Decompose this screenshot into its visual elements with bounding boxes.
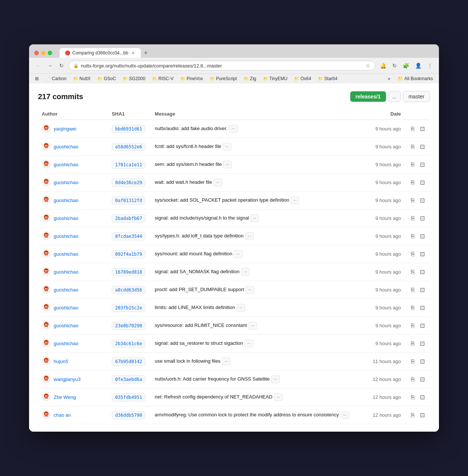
message-expand-button[interactable]: ··· — [274, 393, 282, 401]
sha-badge[interactable]: 1701ca1e11 — [112, 161, 145, 169]
copy-sha-button[interactable]: ⎘ — [409, 268, 416, 276]
copy-sha-button[interactable]: ⎘ — [409, 232, 416, 240]
browse-files-button[interactable]: ⊡ — [418, 214, 426, 223]
back-button[interactable]: ← — [34, 62, 42, 70]
author-name[interactable]: guoshichao — [54, 323, 79, 328]
browse-files-button[interactable]: ⊡ — [418, 196, 426, 205]
copy-sha-button[interactable]: ⎘ — [409, 179, 416, 187]
message-expand-button[interactable]: ··· — [250, 214, 259, 222]
copy-sha-button[interactable]: ⎘ — [409, 357, 416, 366]
author-name[interactable]: guoshichao — [54, 287, 79, 293]
extensions-icon-btn[interactable]: 🧩 — [401, 62, 411, 70]
sha-badge[interactable]: 8fcdae3544 — [112, 232, 145, 240]
browse-files-button[interactable]: ⊡ — [418, 160, 426, 169]
message-expand-button[interactable]: ··· — [245, 232, 254, 240]
copy-sha-button[interactable]: ⎘ — [409, 304, 416, 312]
bookmark-sg2000[interactable]: 📁 SG2000 — [121, 75, 147, 82]
browse-files-button[interactable]: ⊡ — [418, 124, 426, 133]
browse-files-button[interactable]: ⊡ — [418, 250, 426, 258]
bookmark-apps[interactable]: ⊞ — [34, 75, 40, 82]
bookmark-zig[interactable]: 📁 Zig — [242, 75, 258, 82]
sha-badge[interactable]: 203fb15c2e — [112, 304, 145, 312]
browse-files-button[interactable]: ⊡ — [418, 286, 426, 294]
copy-sha-button[interactable]: ⎘ — [409, 375, 416, 384]
reload-button[interactable]: ↻ — [57, 62, 66, 70]
author-name[interactable]: guoshichao — [54, 233, 79, 239]
bookmark-carbon[interactable]: 📄 Carbon — [44, 75, 68, 82]
minimize-button[interactable] — [41, 51, 45, 55]
author-name[interactable]: Zhe Weng — [54, 394, 76, 400]
message-expand-button[interactable]: ··· — [222, 357, 231, 365]
browse-files-button[interactable]: ⊡ — [418, 232, 426, 240]
bookmark-star-icon[interactable]: ☆ — [366, 63, 370, 69]
bookmark-gsoc[interactable]: 📁 GSoC — [96, 75, 117, 82]
alert-icon-btn[interactable]: 🔔 — [378, 62, 388, 70]
author-name[interactable]: guoshichao — [54, 305, 79, 310]
all-bookmarks-button[interactable]: 📁 All Bookmarks — [396, 75, 434, 82]
forward-button[interactable]: → — [45, 62, 54, 70]
browse-files-button[interactable]: ⊡ — [418, 357, 426, 366]
releases-branch-button[interactable]: releases/1 — [350, 91, 386, 102]
author-name[interactable]: guoshichao — [54, 180, 79, 185]
copy-sha-button[interactable]: ⎘ — [409, 161, 416, 169]
author-name[interactable]: yaojingwei — [54, 126, 76, 132]
author-name[interactable]: wangjianyu3 — [54, 376, 80, 382]
address-bar[interactable]: 🔒 nuttx-forge.org/nuttx/nuttx-update/com… — [69, 61, 375, 70]
bookmark-ox64[interactable]: 📁 Ox64 — [292, 75, 313, 82]
branch-dots-button[interactable]: ... — [388, 91, 401, 102]
browse-files-button[interactable]: ⊡ — [418, 339, 426, 348]
profile-icon-btn[interactable]: 👤 — [413, 62, 423, 70]
copy-sha-button[interactable]: ⎘ — [409, 143, 416, 151]
sha-badge[interactable]: 0d4e36ce29 — [112, 179, 145, 187]
copy-sha-button[interactable]: ⎘ — [409, 340, 416, 348]
refresh-icon-btn[interactable]: ↻ — [390, 62, 399, 70]
bookmark-riscv[interactable]: 📁 RISC-V — [151, 75, 175, 82]
sha-badge[interactable]: 035fdb4951 — [112, 393, 145, 401]
copy-sha-button[interactable]: ⎘ — [409, 196, 416, 205]
active-tab[interactable]: 🔴 Comparing d368c0cc04...bb ✕ — [60, 48, 141, 58]
copy-sha-button[interactable]: ⎘ — [409, 322, 416, 330]
bookmark-nuttx[interactable]: 📁 NuttX — [72, 75, 92, 82]
bookmarks-more-button[interactable]: » — [386, 75, 393, 82]
copy-sha-button[interactable]: ⎘ — [409, 393, 416, 401]
copy-sha-button[interactable]: ⎘ — [409, 214, 416, 223]
bookmark-purescript[interactable]: 📁 PureScript — [208, 75, 238, 82]
message-expand-button[interactable]: ··· — [237, 304, 245, 312]
author-name[interactable]: guoshichao — [54, 251, 79, 257]
browse-files-button[interactable]: ⊡ — [418, 393, 426, 401]
browse-files-button[interactable]: ⊡ — [418, 375, 426, 384]
author-name[interactable]: guoshichao — [54, 198, 79, 203]
author-name[interactable]: guoshichao — [54, 341, 79, 346]
bookmark-tinyemu[interactable]: 📁 TinyEMU — [262, 75, 289, 82]
message-expand-button[interactable]: ··· — [244, 340, 253, 347]
browse-files-button[interactable]: ⊡ — [418, 142, 426, 151]
sha-badge[interactable]: 2badabfb67 — [112, 214, 145, 223]
sha-badge[interactable]: 092f4a1b79 — [112, 250, 145, 258]
copy-sha-button[interactable]: ⎘ — [409, 250, 416, 258]
message-expand-button[interactable]: ··· — [248, 322, 257, 330]
message-expand-button[interactable]: ··· — [241, 268, 250, 276]
copy-sha-button[interactable]: ⎘ — [409, 286, 416, 294]
browse-files-button[interactable]: ⊡ — [418, 303, 426, 312]
sha-badge[interactable]: 0af01312fd — [112, 196, 145, 205]
message-expand-button[interactable]: ··· — [271, 375, 280, 383]
sha-badge[interactable]: 0fe3aebd6a — [112, 375, 145, 384]
sha-badge[interactable]: 23e0b70290 — [112, 322, 145, 330]
sha-badge[interactable]: a58d6552e6 — [112, 143, 145, 151]
bookmark-star64[interactable]: 📁 Star64 — [316, 75, 339, 82]
message-expand-button[interactable]: ··· — [223, 143, 231, 151]
message-expand-button[interactable]: ··· — [234, 250, 242, 258]
new-tab-button[interactable]: + — [141, 48, 151, 58]
menu-button[interactable]: ⋮ — [426, 62, 434, 70]
maximize-button[interactable] — [48, 51, 52, 55]
master-branch-button[interactable]: master — [403, 91, 430, 102]
copy-sha-button[interactable]: ⎘ — [409, 125, 416, 133]
author-name[interactable]: guoshichao — [54, 215, 79, 221]
sha-badge[interactable]: d36ddb5790 — [112, 411, 145, 419]
message-expand-button[interactable]: ··· — [341, 411, 349, 419]
author-name[interactable]: chao an — [54, 412, 71, 418]
message-expand-button[interactable]: ··· — [246, 286, 254, 294]
browse-files-button[interactable]: ⊡ — [418, 321, 426, 330]
message-expand-button[interactable]: ··· — [291, 196, 299, 204]
sha-badge[interactable]: 2b34c61c6e — [112, 340, 145, 348]
